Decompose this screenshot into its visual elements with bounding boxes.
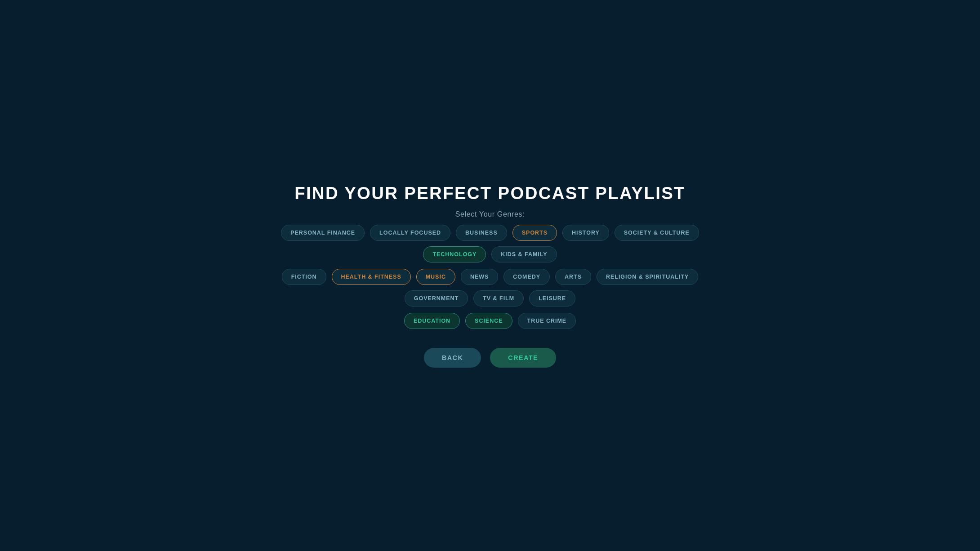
- genre-tag-science[interactable]: SCIENCE: [465, 313, 512, 329]
- genre-row-1: PERSONAL FINANCELOCALLY FOCUSEDBUSINESSS…: [252, 225, 728, 262]
- genre-tag-news[interactable]: NEWS: [461, 269, 498, 285]
- subtitle: Select Your Genres:: [455, 210, 525, 218]
- genre-tag-locally-focused[interactable]: LOCALLY FOCUSED: [370, 225, 450, 241]
- genre-row-3: EDUCATIONSCIENCETRUE CRIME: [404, 313, 576, 329]
- genre-tag-education[interactable]: EDUCATION: [404, 313, 460, 329]
- back-button[interactable]: BACK: [424, 348, 481, 368]
- genre-tag-history[interactable]: HISTORY: [562, 225, 609, 241]
- genre-tag-sports[interactable]: SPORTS: [512, 225, 557, 241]
- genre-tag-kids-family[interactable]: KIDS & FAMILY: [491, 246, 557, 262]
- genre-tag-music[interactable]: MUSIC: [416, 269, 455, 285]
- genre-tag-society-culture[interactable]: SOCIETY & CULTURE: [615, 225, 699, 241]
- genre-tag-comedy[interactable]: COMEDY: [503, 269, 550, 285]
- genre-tag-arts[interactable]: ARTS: [555, 269, 591, 285]
- genre-tag-government[interactable]: GOVERNMENT: [405, 290, 468, 307]
- genre-tag-technology[interactable]: TECHNOLOGY: [423, 246, 486, 262]
- genre-tag-tv-film[interactable]: TV & FILM: [473, 290, 524, 307]
- genre-tag-business[interactable]: BUSINESS: [456, 225, 507, 241]
- genre-tag-fiction[interactable]: FICTION: [282, 269, 326, 285]
- genre-tag-leisure[interactable]: LEISURE: [529, 290, 575, 307]
- page-title: FIND YOUR PERFECT PODCAST PLAYLIST: [294, 183, 686, 203]
- create-button[interactable]: CREATE: [490, 348, 556, 368]
- genre-tag-health-fitness[interactable]: HEALTH & FITNESS: [332, 269, 411, 285]
- genre-row-2: FICTIONHEALTH & FITNESSMUSICNEWSCOMEDYAR…: [252, 269, 728, 307]
- main-container: FIND YOUR PERFECT PODCAST PLAYLIST Selec…: [243, 165, 737, 386]
- genres-section: Select Your Genres: PERSONAL FINANCELOCA…: [252, 218, 728, 329]
- genre-tag-religion-spirituality[interactable]: RELIGION & SPIRITUALITY: [597, 269, 698, 285]
- genre-tag-true-crime[interactable]: TRUE CRIME: [518, 313, 576, 329]
- genre-tag-personal-finance[interactable]: PERSONAL FINANCE: [281, 225, 365, 241]
- buttons-row: BACK CREATE: [424, 348, 556, 368]
